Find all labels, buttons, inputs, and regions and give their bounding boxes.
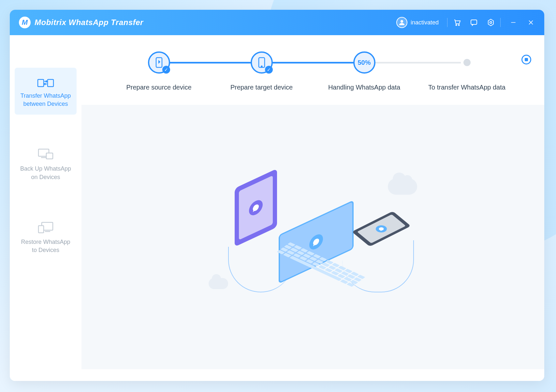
step-transfer-data: To transfer WhatsApp data [416,51,518,92]
sidebar-item-restore[interactable]: Restore WhatsApp to Devices [15,214,77,261]
step-connector [362,62,461,63]
user-status[interactable]: inactivated [396,17,439,28]
backup-icon [37,147,55,161]
cart-icon[interactable] [453,18,461,27]
step-label: Prepare source device [126,83,191,92]
app-window: Mobitrix WhatsApp Transfer inactivated [10,10,544,381]
step-handling-data: 50% Handling WhatsApp data [313,51,416,92]
step-prepare-target: ✓ Prepare target device [210,51,313,92]
titlebar-actions [453,18,495,27]
step-circle-percent: 50% [353,51,375,74]
step-circle-icon: ✓ [148,51,170,74]
feedback-icon[interactable] [470,18,478,27]
titlebar: Mobitrix WhatsApp Transfer inactivated [10,10,544,35]
sidebar-item-backup[interactable]: Back Up WhatsApp on Devices [15,141,77,188]
whatsapp-badge-icon [373,224,389,234]
cloud-icon [388,178,417,195]
step-label: To transfer WhatsApp data [428,83,505,92]
logo-area: Mobitrix WhatsApp Transfer [19,17,143,28]
sidebar-item-label: Transfer WhatsApp between Devices [18,92,73,108]
step-prepare-source: ✓ Prepare source device [108,51,210,92]
step-percent-text: 50% [358,59,371,66]
restore-icon [37,220,55,234]
svg-point-1 [456,25,457,26]
close-button[interactable] [527,18,535,27]
minimize-button[interactable] [509,18,518,27]
window-controls [509,18,535,27]
step-pending-dot [463,59,471,66]
step-label: Handling WhatsApp data [328,83,400,92]
whatsapp-badge-icon [309,232,323,252]
progress-steps: ✓ Prepare source device ✓ Prepare target… [81,35,544,105]
svg-point-18 [261,66,262,67]
stop-button[interactable] [521,55,531,64]
svg-rect-15 [38,226,44,233]
step-label: Prepare target device [230,83,293,92]
svg-point-4 [490,21,492,23]
laptop-illustration [261,217,372,289]
illustration [81,105,544,369]
settings-icon[interactable] [487,18,495,27]
sidebar-item-transfer[interactable]: Transfer WhatsApp between Devices [15,68,77,115]
main-panel: ✓ Prepare source device ✓ Prepare target… [81,35,544,381]
app-body: Transfer WhatsApp between Devices Back U… [10,35,544,381]
check-icon: ✓ [162,66,170,74]
svg-rect-9 [48,79,53,87]
whatsapp-badge-icon [249,198,263,218]
check-icon: ✓ [265,66,273,74]
svg-point-0 [401,20,403,23]
divider [447,18,447,27]
cloud-icon [209,278,228,289]
sidebar-item-label: Back Up WhatsApp on Devices [18,165,73,181]
step-circle-icon: ✓ [251,51,273,74]
transfer-icon [37,74,55,88]
sidebar: Transfer WhatsApp between Devices Back U… [10,35,81,381]
logo-icon [19,17,31,28]
sidebar-item-label: Restore WhatsApp to Devices [18,238,73,254]
svg-rect-12 [46,153,53,159]
user-status-text: inactivated [411,19,439,26]
divider [500,18,501,27]
svg-rect-8 [38,79,44,87]
svg-point-2 [459,25,460,26]
avatar-icon [396,17,407,28]
app-title: Mobitrix WhatsApp Transfer [35,18,143,27]
step-connector [157,62,255,63]
